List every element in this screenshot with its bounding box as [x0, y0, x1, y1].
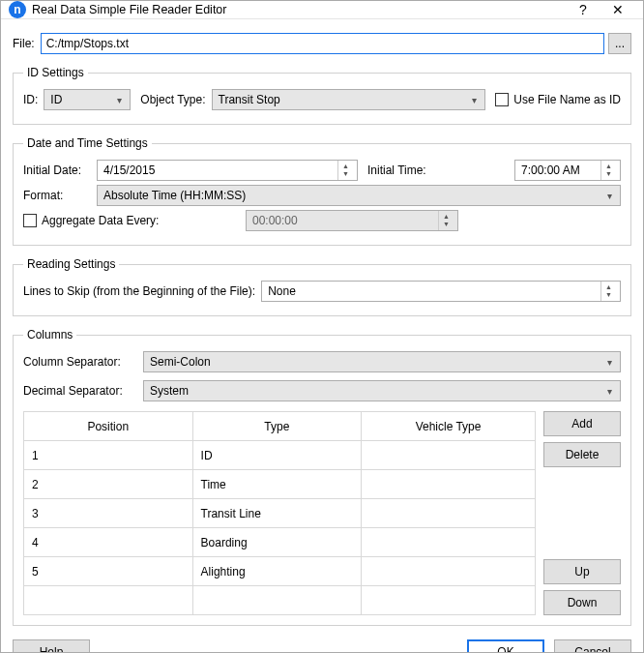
format-select[interactable]: Absolute Time (HH:MM:SS)▾: [97, 185, 621, 206]
up-button[interactable]: Up: [543, 559, 621, 584]
column-separator-label: Column Separator:: [23, 355, 137, 369]
chevron-down-icon: ▾: [467, 95, 481, 105]
chevron-down-icon: ▾: [112, 95, 126, 105]
columns-table[interactable]: Position Type Vehicle Type 1ID2Time3Tran…: [23, 411, 536, 615]
table-cell[interactable]: [362, 586, 536, 615]
format-label: Format:: [23, 189, 91, 202]
file-path-input[interactable]: [41, 33, 604, 54]
reading-legend: Reading Settings: [23, 257, 119, 271]
initial-time-input[interactable]: 7:00:00 AM ▲▼: [514, 160, 621, 181]
lines-to-skip-label: Lines to Skip (from the Beginning of the…: [23, 284, 255, 298]
table-cell[interactable]: 5: [24, 557, 193, 586]
help-button[interactable]: Help: [13, 639, 90, 653]
table-row[interactable]: 5Alighting: [24, 557, 536, 586]
table-cell[interactable]: [362, 470, 536, 499]
table-cell[interactable]: [362, 441, 536, 470]
table-cell[interactable]: 2: [24, 470, 193, 499]
window-title: Real Data Simple File Reader Editor: [32, 3, 566, 16]
down-button[interactable]: Down: [543, 590, 621, 615]
table-row[interactable]: [24, 586, 536, 615]
id-settings-group: ID Settings ID: ID▾ Object Type: Transit…: [13, 66, 631, 125]
columns-group: Columns Column Separator: Semi-Colon▾ De…: [13, 328, 631, 626]
col-header-position: Position: [24, 412, 193, 441]
initial-date-label: Initial Date:: [23, 163, 91, 177]
ok-button[interactable]: OK: [467, 639, 544, 653]
reading-settings-group: Reading Settings Lines to Skip (from the…: [13, 257, 631, 316]
spinner-arrows-icon[interactable]: ▲▼: [337, 161, 353, 180]
help-icon[interactable]: ?: [566, 2, 600, 17]
table-cell[interactable]: Alighting: [192, 557, 362, 586]
decimal-separator-select[interactable]: System▾: [143, 380, 621, 401]
table-cell[interactable]: [24, 586, 193, 615]
id-label: ID:: [23, 93, 38, 106]
table-cell[interactable]: Transit Line: [192, 499, 362, 528]
table-cell[interactable]: 3: [24, 499, 193, 528]
aggregate-label: Aggregate Data Every:: [42, 214, 159, 227]
column-separator-select[interactable]: Semi-Colon▾: [143, 351, 621, 372]
table-row[interactable]: 4Boarding: [24, 528, 536, 557]
table-cell[interactable]: 4: [24, 528, 193, 557]
object-type-label: Object Type:: [140, 93, 205, 106]
decimal-separator-label: Decimal Separator:: [23, 384, 137, 398]
add-button[interactable]: Add: [543, 411, 621, 436]
chevron-down-icon: ▾: [602, 357, 616, 368]
initial-time-label: Initial Time:: [367, 163, 426, 177]
checkbox-icon: [23, 214, 37, 227]
table-cell[interactable]: [362, 557, 536, 586]
aggregate-checkbox[interactable]: Aggregate Data Every:: [23, 214, 246, 227]
col-header-vehicle: Vehicle Type: [362, 412, 536, 441]
table-header-row: Position Type Vehicle Type: [24, 412, 536, 441]
table-row[interactable]: 3Transit Line: [24, 499, 536, 528]
cancel-button[interactable]: Cancel: [554, 639, 631, 653]
table-cell[interactable]: [362, 528, 536, 557]
close-icon[interactable]: ✕: [600, 2, 635, 17]
object-type-select[interactable]: Transit Stop▾: [212, 89, 486, 110]
spinner-arrows-icon[interactable]: ▲▼: [600, 161, 616, 180]
id-settings-legend: ID Settings: [23, 66, 88, 79]
date-time-group: Date and Time Settings Initial Date: 4/1…: [13, 136, 631, 246]
use-filename-label: Use File Name as ID: [513, 93, 621, 106]
table-cell[interactable]: [192, 586, 362, 615]
delete-button[interactable]: Delete: [543, 442, 621, 467]
file-label: File:: [13, 37, 35, 50]
table-cell[interactable]: 1: [24, 441, 193, 470]
chevron-down-icon: ▾: [602, 191, 616, 201]
lines-to-skip-input[interactable]: None ▲▼: [261, 281, 621, 302]
date-time-legend: Date and Time Settings: [23, 136, 152, 150]
chevron-down-icon: ▾: [602, 386, 616, 397]
initial-date-input[interactable]: 4/15/2015 ▲▼: [97, 160, 358, 181]
table-cell[interactable]: ID: [192, 441, 362, 470]
table-cell[interactable]: [362, 499, 536, 528]
columns-legend: Columns: [23, 328, 76, 341]
table-cell[interactable]: Boarding: [192, 528, 362, 557]
use-filename-checkbox[interactable]: Use File Name as ID: [495, 93, 621, 106]
aggregate-value-input: 00:00:00 ▲▼: [246, 210, 458, 231]
col-header-type: Type: [192, 412, 362, 441]
table-row[interactable]: 2Time: [24, 470, 536, 499]
title-bar: n Real Data Simple File Reader Editor ? …: [1, 1, 643, 19]
browse-button[interactable]: ...: [608, 33, 631, 54]
table-cell[interactable]: Time: [192, 470, 362, 499]
spinner-arrows-icon[interactable]: ▲▼: [600, 282, 616, 301]
app-icon: n: [9, 1, 26, 18]
checkbox-icon: [495, 93, 509, 106]
id-select[interactable]: ID▾: [44, 89, 131, 110]
spinner-arrows-icon: ▲▼: [438, 211, 454, 230]
table-row[interactable]: 1ID: [24, 441, 536, 470]
